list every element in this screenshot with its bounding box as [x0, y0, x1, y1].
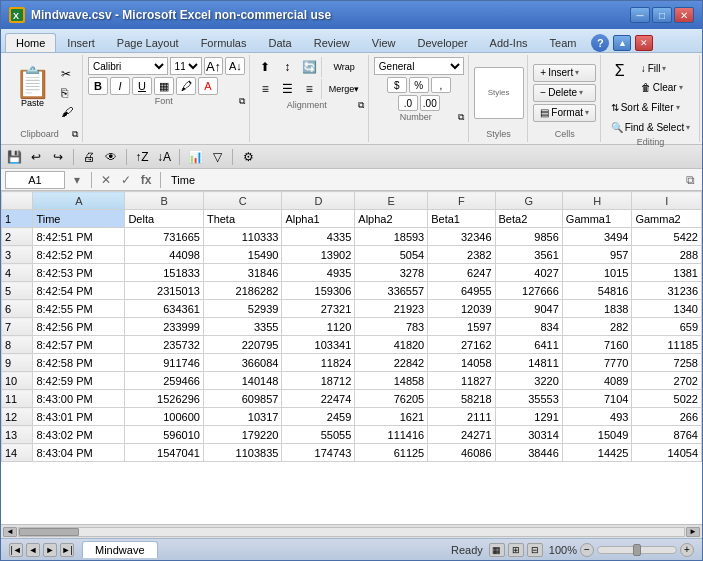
cell-I4[interactable]: 1381	[632, 264, 702, 282]
cell-G11[interactable]: 35553	[495, 390, 562, 408]
cell-B10[interactable]: 259466	[125, 372, 204, 390]
horizontal-scrollbar[interactable]: ◄ ►	[1, 524, 702, 538]
maximize-button[interactable]: □	[652, 7, 672, 23]
cell-B6[interactable]: 634361	[125, 300, 204, 318]
cell-G4[interactable]: 4027	[495, 264, 562, 282]
align-right-button[interactable]: ≡	[299, 79, 319, 99]
cell-H3[interactable]: 957	[562, 246, 632, 264]
sheet-nav-prev[interactable]: ◄	[26, 543, 40, 557]
cell-G14[interactable]: 38446	[495, 444, 562, 462]
cell-C2[interactable]: 110333	[203, 228, 282, 246]
tab-team[interactable]: Team	[539, 33, 588, 52]
cell-A11[interactable]: 8:43:00 PM	[33, 390, 125, 408]
cell-D7[interactable]: 1120	[282, 318, 355, 336]
cell-D6[interactable]: 27321	[282, 300, 355, 318]
cell-A3[interactable]: 8:42:52 PM	[33, 246, 125, 264]
cell-E8[interactable]: 41820	[355, 336, 428, 354]
cell-A5[interactable]: 8:42:54 PM	[33, 282, 125, 300]
cell-G6[interactable]: 9047	[495, 300, 562, 318]
cell-B1[interactable]: Delta	[125, 210, 204, 228]
clipboard-expand-icon[interactable]: ⧉	[72, 129, 78, 140]
col-header-E[interactable]: E	[355, 192, 428, 210]
cell-C14[interactable]: 1103835	[203, 444, 282, 462]
col-header-H[interactable]: H	[562, 192, 632, 210]
tab-add-ins[interactable]: Add-Ins	[479, 33, 539, 52]
cell-H5[interactable]: 54816	[562, 282, 632, 300]
cell-A10[interactable]: 8:42:59 PM	[33, 372, 125, 390]
cell-F11[interactable]: 58218	[428, 390, 495, 408]
cell-F1[interactable]: Beta1	[428, 210, 495, 228]
cell-B11[interactable]: 1526296	[125, 390, 204, 408]
cell-C11[interactable]: 609857	[203, 390, 282, 408]
tab-page-layout[interactable]: Page Layout	[106, 33, 190, 52]
scroll-right-button[interactable]: ►	[686, 527, 700, 537]
cell-G2[interactable]: 9856	[495, 228, 562, 246]
cell-A12[interactable]: 8:43:01 PM	[33, 408, 125, 426]
sheet-nav-last[interactable]: ►|	[60, 543, 74, 557]
align-top-center-button[interactable]: ↕	[277, 57, 297, 77]
number-expand-icon[interactable]: ⧉	[458, 112, 464, 123]
cell-G1[interactable]: Beta2	[495, 210, 562, 228]
cell-I10[interactable]: 2702	[632, 372, 702, 390]
toolbar-sort-asc-icon[interactable]: ↑Z	[133, 148, 151, 166]
cell-C7[interactable]: 3355	[203, 318, 282, 336]
cell-E12[interactable]: 1621	[355, 408, 428, 426]
sheet-tab-mindwave[interactable]: Mindwave	[82, 541, 158, 558]
scroll-track[interactable]	[18, 527, 685, 537]
cell-B4[interactable]: 151833	[125, 264, 204, 282]
cell-D14[interactable]: 174743	[282, 444, 355, 462]
cut-button[interactable]: ✂	[58, 65, 76, 83]
cell-F14[interactable]: 46086	[428, 444, 495, 462]
cell-F13[interactable]: 24271	[428, 426, 495, 444]
toolbar-redo-icon[interactable]: ↪	[49, 148, 67, 166]
cell-G7[interactable]: 834	[495, 318, 562, 336]
tab-formulas[interactable]: Formulas	[190, 33, 258, 52]
toolbar-filter-icon[interactable]: ▽	[208, 148, 226, 166]
font-face-select[interactable]: Calibri	[88, 57, 168, 75]
toolbar-print-icon[interactable]: 🖨	[80, 148, 98, 166]
increase-decimal-button[interactable]: .00	[420, 95, 440, 111]
cell-D10[interactable]: 18712	[282, 372, 355, 390]
cell-C6[interactable]: 52939	[203, 300, 282, 318]
cell-I2[interactable]: 5422	[632, 228, 702, 246]
cell-H4[interactable]: 1015	[562, 264, 632, 282]
cell-F9[interactable]: 14058	[428, 354, 495, 372]
col-header-B[interactable]: B	[125, 192, 204, 210]
cell-E11[interactable]: 76205	[355, 390, 428, 408]
border-button[interactable]: ▦	[154, 77, 174, 95]
cell-I6[interactable]: 1340	[632, 300, 702, 318]
cell-D9[interactable]: 11824	[282, 354, 355, 372]
tab-data[interactable]: Data	[257, 33, 302, 52]
col-header-F[interactable]: F	[428, 192, 495, 210]
cell-B7[interactable]: 233999	[125, 318, 204, 336]
cell-I9[interactable]: 7258	[632, 354, 702, 372]
cell-A2[interactable]: 8:42:51 PM	[33, 228, 125, 246]
highlight-button[interactable]: 🖍	[176, 77, 196, 95]
cell-B9[interactable]: 911746	[125, 354, 204, 372]
cell-A1[interactable]: Time	[33, 210, 125, 228]
cell-C13[interactable]: 179220	[203, 426, 282, 444]
cell-F7[interactable]: 1597	[428, 318, 495, 336]
toolbar-save-icon[interactable]: 💾	[5, 148, 23, 166]
cell-G10[interactable]: 3220	[495, 372, 562, 390]
cell-E3[interactable]: 5054	[355, 246, 428, 264]
cell-A6[interactable]: 8:42:55 PM	[33, 300, 125, 318]
cell-F12[interactable]: 2111	[428, 408, 495, 426]
help-button[interactable]: ?	[591, 34, 609, 52]
font-color-button[interactable]: A	[198, 77, 218, 95]
cell-G3[interactable]: 3561	[495, 246, 562, 264]
toolbar-undo-icon[interactable]: ↩	[27, 148, 45, 166]
toolbar-chart-icon[interactable]: 📊	[186, 148, 204, 166]
cell-A4[interactable]: 8:42:53 PM	[33, 264, 125, 282]
confirm-formula-icon[interactable]: ✓	[118, 172, 134, 188]
font-expand-icon[interactable]: ⧉	[239, 96, 245, 107]
cell-C4[interactable]: 31846	[203, 264, 282, 282]
fill-button[interactable]: ↓ Fill ▾	[636, 59, 688, 77]
cell-B5[interactable]: 2315013	[125, 282, 204, 300]
decrease-font-button[interactable]: A↓	[225, 57, 245, 75]
zoom-out-button[interactable]: −	[580, 543, 594, 557]
cell-D4[interactable]: 4935	[282, 264, 355, 282]
tab-review[interactable]: Review	[303, 33, 361, 52]
align-top-left-button[interactable]: ⬆	[255, 57, 275, 77]
formula-expand-icon[interactable]: ⧉	[682, 172, 698, 188]
